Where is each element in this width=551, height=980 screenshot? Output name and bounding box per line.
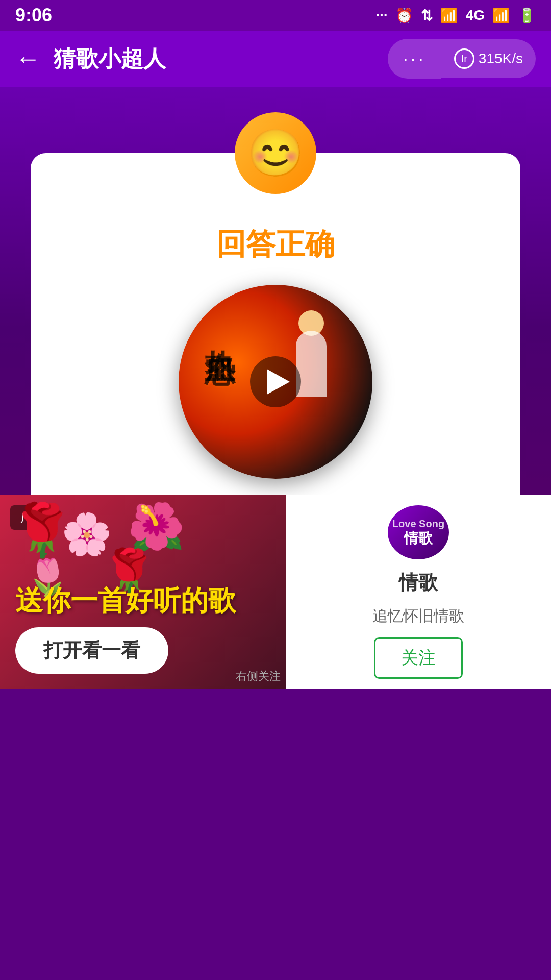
advertisement-area: 广告 🌹 🌸 🌺 🌷 🌹 送你一首好听的歌 打开看一看 右侧关注 Love So…	[0, 495, 551, 689]
network-type-label: 4G	[466, 7, 485, 23]
nav-bar: ← 猜歌小超人 ··· Ir 315K/s	[0, 31, 551, 87]
ad-main-text: 送你一首好听的歌	[15, 584, 270, 617]
network-transfer-icon: ⇅	[421, 7, 433, 24]
album-art[interactable]: 热血怒	[179, 285, 372, 479]
ad-side-label: 右侧关注	[236, 669, 281, 684]
nav-right: ··· Ir 315K/s	[388, 39, 536, 79]
main-content: 😊 回答正确 热血怒 未知歌手 《铁血丹心》 下一曲	[0, 87, 551, 689]
speed-label: 315K/s	[479, 51, 523, 67]
calligraphy-text: 热血怒	[199, 326, 240, 333]
nav-left: ← 猜歌小超人	[15, 44, 166, 74]
ad-right-subtitle: 追忆怀旧情歌	[372, 606, 464, 627]
figure-body	[296, 331, 327, 397]
status-time: 9:06	[15, 5, 52, 26]
correct-answer-label: 回答正确	[216, 225, 335, 264]
ad-logo: Love Song 情歌	[388, 505, 449, 559]
more-button[interactable]: ···	[388, 39, 441, 79]
speed-badge: Ir 315K/s	[441, 39, 536, 78]
ad-right-panel: Love Song 情歌 情歌 追忆怀旧情歌 关注	[286, 495, 551, 689]
back-button[interactable]: ←	[15, 44, 41, 74]
ad-logo-text-main: 情歌	[392, 530, 444, 547]
speed-icon: Ir	[454, 48, 474, 69]
wifi-icon: 📶	[492, 7, 510, 24]
ad-logo-text-small: Love Song	[392, 518, 444, 530]
page-title: 猜歌小超人	[54, 44, 166, 74]
play-icon	[267, 369, 290, 395]
album-background: 热血怒	[179, 285, 372, 479]
ad-follow-button[interactable]: 关注	[374, 637, 463, 679]
ad-cta-button[interactable]: 打开看一看	[15, 627, 168, 674]
play-button[interactable]	[250, 356, 301, 407]
signal-bars-icon: 📶	[440, 7, 458, 24]
status-bar: 9:06 ··· ⏰ ⇅ 📶 4G 📶 🔋	[0, 0, 551, 31]
signal-dots-icon: ···	[375, 7, 387, 23]
battery-icon: 🔋	[518, 7, 536, 24]
status-icons: ··· ⏰ ⇅ 📶 4G 📶 🔋	[375, 7, 536, 24]
alarm-icon: ⏰	[395, 7, 413, 24]
ad-left-panel[interactable]: 广告 🌹 🌸 🌺 🌷 🌹 送你一首好听的歌 打开看一看 右侧关注	[0, 495, 286, 689]
ad-right-title: 情歌	[399, 570, 438, 596]
smiley-face-icon: 😊	[235, 112, 316, 194]
